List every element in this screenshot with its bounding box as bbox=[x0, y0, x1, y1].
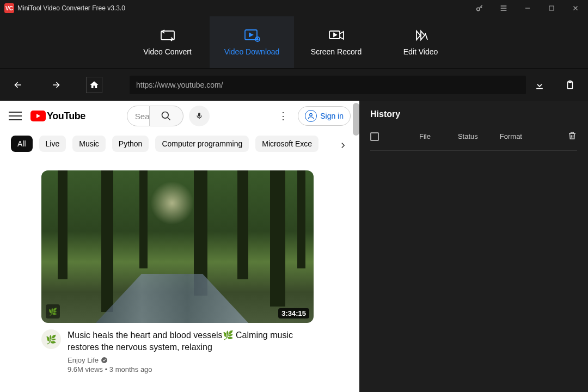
scrollbar[interactable] bbox=[353, 103, 359, 136]
download-icon bbox=[244, 29, 260, 42]
column-format: Format bbox=[500, 132, 522, 140]
history-title: History bbox=[370, 109, 577, 119]
convert-icon bbox=[160, 29, 176, 42]
app-icon: VC bbox=[4, 3, 14, 13]
chip-music[interactable]: Music bbox=[72, 136, 106, 152]
youtube-logo[interactable]: YouTube bbox=[30, 111, 85, 122]
chip-python[interactable]: Python bbox=[112, 136, 149, 152]
channel-name[interactable]: Enjoy Life bbox=[68, 356, 314, 364]
tab-label: Video Download bbox=[224, 47, 280, 56]
tab-video-download[interactable]: Video Download bbox=[210, 16, 294, 68]
video-stats: 9.6M views • 3 months ago bbox=[68, 365, 314, 373]
svg-point-0 bbox=[477, 8, 480, 10]
browser-pane: YouTube Sea ⋮ Sign in All Live Music Pyt… bbox=[0, 101, 359, 392]
clipboard-button[interactable] bbox=[562, 77, 578, 93]
tab-label: Screen Record bbox=[311, 47, 362, 56]
hamburger-icon[interactable] bbox=[9, 109, 22, 122]
tab-video-convert[interactable]: Video Convert bbox=[125, 16, 210, 68]
svg-rect-9 bbox=[198, 113, 200, 117]
close-button[interactable] bbox=[567, 0, 584, 16]
chip-all[interactable]: All bbox=[11, 136, 33, 152]
edit-icon bbox=[413, 29, 429, 42]
download-button[interactable] bbox=[531, 77, 548, 93]
youtube-play-icon bbox=[30, 111, 46, 121]
user-icon bbox=[305, 110, 317, 122]
svg-point-8 bbox=[162, 112, 169, 119]
verified-icon bbox=[101, 357, 108, 364]
history-pane: History File Status Format bbox=[359, 101, 588, 392]
record-icon bbox=[328, 29, 345, 42]
chip-excel[interactable]: Microsoft Exce bbox=[255, 136, 318, 152]
search-button[interactable] bbox=[150, 106, 183, 126]
playlist-icon: 🌿 bbox=[46, 304, 60, 318]
column-status: Status bbox=[458, 132, 478, 140]
app-title: MiniTool Video Converter Free v3.3.0 bbox=[17, 4, 471, 12]
video-title[interactable]: Music heals the heart and blood vessels🌿… bbox=[68, 329, 314, 353]
maximize-button[interactable] bbox=[543, 0, 560, 16]
forward-button[interactable] bbox=[48, 77, 64, 93]
column-file: File bbox=[419, 132, 431, 140]
tab-edit-video[interactable]: Edit Video bbox=[378, 16, 463, 68]
signin-button[interactable]: Sign in bbox=[298, 106, 351, 126]
more-icon[interactable]: ⋮ bbox=[278, 110, 288, 122]
key-icon[interactable] bbox=[471, 0, 488, 16]
tab-label: Video Convert bbox=[143, 47, 191, 56]
select-all-checkbox[interactable] bbox=[370, 132, 379, 141]
chip-live[interactable]: Live bbox=[39, 136, 66, 152]
video-duration: 3:34:15 bbox=[278, 308, 309, 318]
chip-computer-programming[interactable]: Computer programming bbox=[155, 136, 249, 152]
tab-label: Edit Video bbox=[403, 47, 438, 56]
home-button[interactable] bbox=[86, 77, 102, 93]
video-thumbnail[interactable]: 🌿 3:34:15 bbox=[41, 170, 314, 323]
svg-rect-1 bbox=[549, 6, 554, 10]
trash-icon[interactable] bbox=[567, 130, 577, 143]
svg-point-10 bbox=[310, 113, 313, 116]
tab-screen-record[interactable]: Screen Record bbox=[294, 16, 378, 68]
channel-avatar[interactable]: 🌿 bbox=[41, 329, 61, 349]
search-input[interactable]: Sea bbox=[127, 106, 150, 126]
chevron-right-icon[interactable] bbox=[333, 137, 353, 154]
back-button[interactable] bbox=[10, 77, 26, 93]
menu-icon[interactable] bbox=[495, 0, 512, 16]
mic-button[interactable] bbox=[189, 106, 210, 126]
url-input[interactable] bbox=[130, 76, 526, 94]
svg-point-11 bbox=[101, 357, 107, 363]
minimize-button[interactable] bbox=[519, 0, 536, 16]
